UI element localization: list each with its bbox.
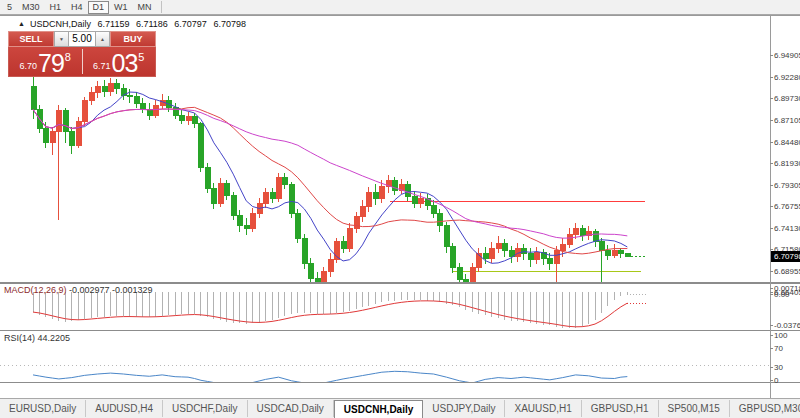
current-price-tag: 6.70798	[771, 251, 800, 262]
buy-price-pip: 5	[138, 51, 144, 63]
price-axis-label: 6.84480	[774, 138, 800, 147]
price-axis-label: 6.92280	[774, 73, 800, 82]
panel-separator-rsi-dates	[0, 382, 800, 383]
chart-tab-usdjpy-daily[interactable]: USDJPY,Daily	[423, 400, 505, 417]
price-axis-label: 6.76755	[774, 202, 800, 211]
timeframe-button-m30[interactable]: M30	[17, 1, 45, 13]
rsi-indicator-chart[interactable]	[0, 332, 770, 382]
price-axis-label: 6.79305	[774, 181, 800, 190]
price-axis-label: 6.81930	[774, 159, 800, 168]
macd-label: MACD(12,26,9) -0.002977 -0.001329	[4, 285, 153, 295]
price-axis-label: 6.94905	[774, 51, 800, 60]
timeframe-toolbar: 5 M30H1H4D1W1MN	[0, 0, 800, 15]
mt4-window: 5 M30H1H4D1W1MN ▲ USDCNH,Daily 6.71159 6…	[0, 0, 800, 418]
chart-tab-usdchf-daily[interactable]: USDCHF,Daily	[163, 400, 248, 417]
one-click-trade-panel: SELL ▼ 5.00 ▲ BUY 6.70 79 8 6.71 03 5	[8, 31, 156, 77]
chart-tab-gbpusd-h1[interactable]: GBPUSD,H1	[582, 400, 659, 417]
indicator-axis-label: 100	[774, 331, 787, 340]
buy-price-main: 03	[112, 52, 138, 74]
price-axis-label: 6.74130	[774, 224, 800, 233]
chart-tabs: EURUSD,DailyAUDUSD,H4USDCHF,DailyUSDCAD,…	[0, 400, 800, 418]
timeframe-button-w1[interactable]: W1	[109, 1, 133, 13]
timeframe-button-h1[interactable]: H1	[45, 1, 67, 13]
panel-separator-main-macd[interactable]	[0, 282, 800, 284]
timeframe-button-d1[interactable]: D1	[88, 1, 110, 14]
price-axis-label: 6.89730	[774, 94, 800, 103]
price-axis-label: 6.68955	[774, 267, 800, 276]
rsi-label: RSI(14) 44.2205	[4, 333, 70, 343]
volume-increase-button[interactable]: ▲	[95, 31, 110, 47]
chart-tab-usdcnh-daily[interactable]: USDCNH,Daily	[334, 400, 423, 418]
sell-price[interactable]: 6.70 79 8	[9, 47, 82, 76]
timeframe-button-partial[interactable]: 5	[0, 1, 17, 13]
sell-price-prefix: 6.70	[20, 61, 38, 71]
rsi-name: RSI(14)	[4, 333, 35, 343]
price-axis-label: 6.87105	[774, 116, 800, 125]
panel-separator-macd-rsi[interactable]	[0, 330, 800, 331]
chart-tab-eurusd-daily[interactable]: EURUSD,Daily	[0, 400, 86, 417]
toolbar-separator	[161, 1, 162, 13]
chart-tab-usdcad-daily[interactable]: USDCAD,Daily	[248, 400, 334, 417]
chart-window[interactable]: ▲ USDCNH,Daily 6.71159 6.71186 6.70797 6…	[0, 15, 800, 399]
volume-input[interactable]: 5.00	[69, 31, 95, 47]
indicator-axis-label: 30	[774, 363, 783, 372]
timeframe-buttons: M30H1H4D1W1MN	[17, 1, 157, 14]
chart-tab-audusd-h4[interactable]: AUDUSD,H4	[86, 400, 163, 417]
chart-tab-xauusd-h1[interactable]: XAUUSD,H1	[505, 400, 581, 417]
volume-decrease-button[interactable]: ▼	[54, 31, 69, 47]
indicator-axis-label: 0.00	[774, 290, 790, 299]
buy-button[interactable]: BUY	[110, 31, 156, 47]
sell-price-pip: 8	[65, 51, 71, 63]
price-axis: 6.949056.922806.897306.871056.844806.819…	[771, 16, 800, 398]
buy-price-prefix: 6.71	[93, 61, 111, 71]
rsi-value: 44.2205	[38, 333, 71, 343]
macd-values: -0.002977 -0.001329	[69, 285, 153, 295]
chart-tab-bar: EURUSD,DailyAUDUSD,H4USDCHF,DailyUSDCAD,…	[0, 398, 800, 418]
macd-name: MACD(12,26,9)	[4, 285, 67, 295]
indicator-axis-label: -0.037688	[774, 321, 800, 330]
sell-price-main: 79	[38, 52, 64, 74]
buy-price[interactable]: 6.71 03 5	[83, 47, 156, 76]
timeframe-button-mn[interactable]: MN	[133, 1, 157, 13]
indicator-axis-label: 0	[774, 376, 778, 385]
chart-tab-sp500-m15[interactable]: SP500,M15	[659, 400, 730, 417]
indicator-axis-label: 70	[774, 344, 783, 353]
timeframe-button-h4[interactable]: H4	[66, 1, 88, 13]
chart-tab-gbpusd-m30[interactable]: GBPUSD,M30	[730, 400, 800, 417]
sell-button[interactable]: SELL	[8, 31, 54, 47]
